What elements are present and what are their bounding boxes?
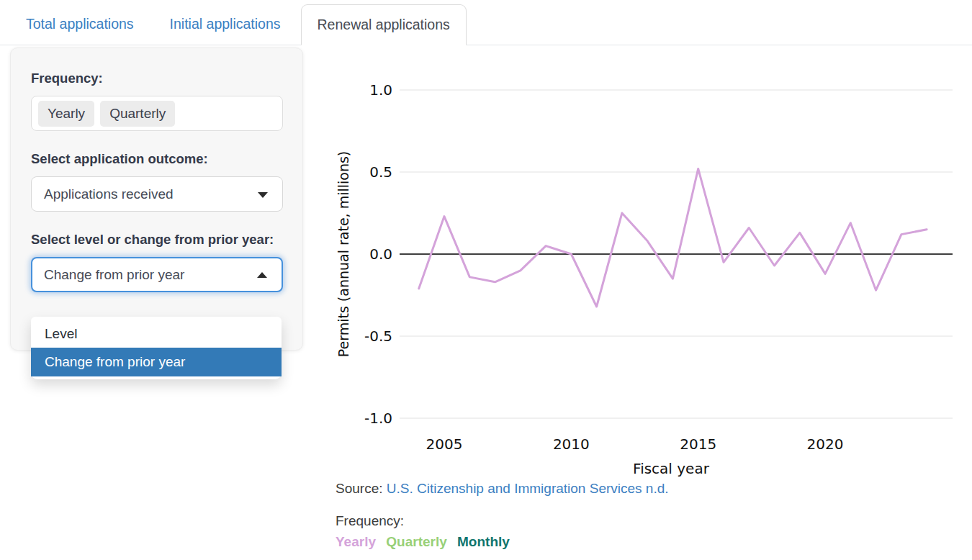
measure-label: Select level or change from prior year: — [31, 230, 276, 248]
x-tick-label: 2020 — [807, 435, 844, 453]
menu-item-level[interactable]: Level — [31, 320, 282, 348]
caret-down-icon — [258, 192, 268, 198]
footer-link-quarterly[interactable]: Quarterly — [386, 534, 446, 549]
frequency-label: Frequency: — [31, 69, 282, 87]
filter-panel: Frequency: Yearly Quarterly Select appli… — [10, 48, 303, 351]
footer-frequency-links: Yearly Quarterly Monthly — [336, 534, 516, 550]
outcome-select-value: Applications received — [44, 186, 174, 202]
x-tick-label: 2015 — [680, 435, 716, 453]
frequency-option-quarterly[interactable]: Quarterly — [100, 101, 175, 127]
x-axis-title: Fiscal year — [633, 460, 710, 477]
x-tick-label: 2005 — [426, 435, 463, 453]
y-tick-label: -1.0 — [364, 410, 392, 427]
footer-link-monthly[interactable]: Monthly — [457, 534, 510, 549]
line-chart: 1.00.50.0-0.5-1.02005201020152020Permits… — [317, 58, 972, 489]
y-tick-label: -0.5 — [364, 328, 392, 345]
measure-select-value: Change from prior year — [44, 267, 184, 283]
tab-total-applications[interactable]: Total applications — [10, 4, 150, 45]
menu-item-change-from-prior-year[interactable]: Change from prior year — [31, 348, 282, 376]
measure-select[interactable]: Change from prior year — [31, 257, 283, 292]
outcome-select[interactable]: Applications received — [31, 176, 283, 212]
y-tick-label: 0.5 — [369, 163, 392, 181]
tab-bar: Total applications Initial applications … — [0, 4, 972, 45]
frequency-selector: Yearly Quarterly — [31, 96, 283, 131]
source-prefix: Source: — [336, 481, 382, 496]
x-tick-label: 2010 — [553, 435, 590, 453]
footer-frequency-label: Frequency: — [336, 513, 404, 529]
footer-link-yearly[interactable]: Yearly — [336, 534, 376, 549]
tab-renewal-applications[interactable]: Renewal applications — [301, 4, 467, 45]
source-link[interactable]: U.S. Citizenship and Immigration Service… — [387, 481, 669, 496]
measure-dropdown-menu: Level Change from prior year — [31, 317, 282, 379]
y-tick-label: 0.0 — [369, 245, 392, 263]
data-line — [419, 168, 927, 307]
tab-initial-applications[interactable]: Initial applications — [154, 4, 297, 45]
source-row: Source: U.S. Citizenship and Immigration… — [336, 481, 669, 497]
y-tick-label: 1.0 — [369, 81, 392, 99]
caret-up-icon — [257, 272, 267, 278]
y-axis-title: Permits (annual rate, millions) — [336, 151, 351, 358]
outcome-label: Select application outcome: — [31, 150, 282, 168]
frequency-option-yearly[interactable]: Yearly — [38, 101, 94, 127]
